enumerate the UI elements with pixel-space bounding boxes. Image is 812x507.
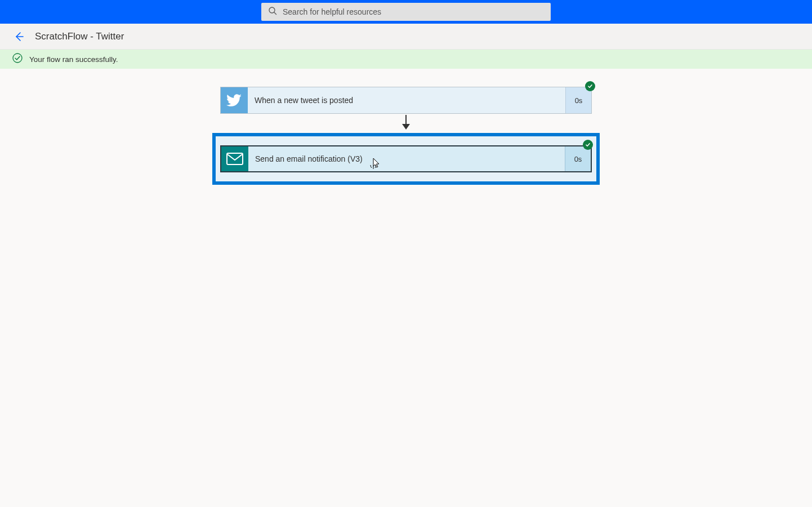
mail-icon bbox=[221, 146, 248, 171]
svg-point-3 bbox=[13, 54, 22, 63]
action-success-badge-icon bbox=[583, 140, 593, 150]
action-step[interactable]: Send an email notification (V3) 0s bbox=[220, 145, 592, 172]
trigger-duration: 0s bbox=[565, 87, 591, 113]
trigger-step-wrap: When a new tweet is posted 0s bbox=[220, 87, 592, 114]
page-title: ScratchFlow - Twitter bbox=[35, 31, 124, 42]
trigger-success-badge-icon bbox=[585, 81, 595, 91]
success-message: Your flow ran successfully. bbox=[29, 55, 118, 64]
action-duration: 0s bbox=[565, 146, 591, 171]
action-step-selection: Send an email notification (V3) 0s bbox=[212, 133, 600, 185]
search-input[interactable] bbox=[283, 7, 544, 16]
twitter-icon bbox=[221, 87, 248, 113]
back-arrow-icon[interactable] bbox=[14, 31, 25, 42]
success-banner: Your flow ran successfully. bbox=[0, 50, 812, 69]
search-box[interactable] bbox=[261, 3, 551, 21]
top-app-bar bbox=[0, 0, 812, 24]
trigger-label: When a new tweet is posted bbox=[248, 87, 565, 113]
search-icon bbox=[268, 6, 277, 17]
action-label: Send an email notification (V3) bbox=[248, 146, 565, 171]
breadcrumb-bar: ScratchFlow - Twitter bbox=[0, 24, 812, 50]
svg-rect-4 bbox=[227, 153, 243, 164]
connector-arrow-icon bbox=[405, 115, 407, 130]
success-check-icon bbox=[12, 53, 23, 65]
svg-line-1 bbox=[274, 12, 276, 15]
trigger-step[interactable]: When a new tweet is posted 0s bbox=[220, 87, 592, 114]
svg-point-0 bbox=[269, 7, 275, 13]
flow-canvas: When a new tweet is posted 0s Send an em… bbox=[0, 69, 812, 185]
